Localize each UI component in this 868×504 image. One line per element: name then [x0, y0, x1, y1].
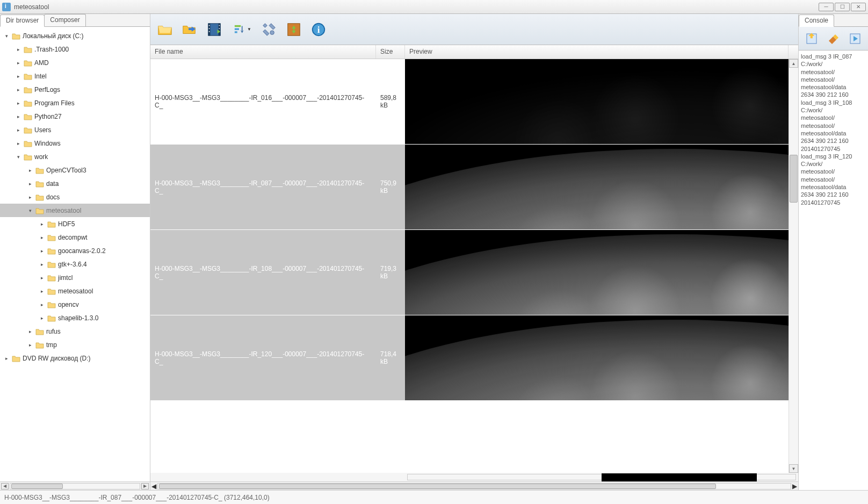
recycle-button[interactable]: [284, 19, 304, 40]
folder-icon: [35, 328, 44, 335]
scroll-left-icon[interactable]: ◀: [1, 483, 9, 489]
expander-icon[interactable]: ▸: [39, 315, 45, 321]
expander-icon[interactable]: ▸: [39, 235, 45, 240]
open-folder-button[interactable]: [155, 19, 175, 40]
tree-node[interactable]: ▸Users: [0, 123, 150, 136]
sort-button[interactable]: ▼: [229, 19, 255, 40]
scroll-up-icon[interactable]: ▲: [789, 59, 798, 68]
scroll-right-icon[interactable]: ▶: [792, 483, 797, 490]
scroll-left-icon[interactable]: ◀: [151, 483, 156, 490]
expander-icon[interactable]: ▸: [39, 275, 45, 280]
film-button[interactable]: [204, 19, 225, 40]
console-run-button[interactable]: [847, 31, 863, 47]
table-row[interactable]: H-000-MSG3__-MSG3________-IR_016___-0000…: [150, 59, 789, 145]
expander-icon[interactable]: ▸: [15, 47, 21, 52]
scroll-thumb[interactable]: [11, 484, 63, 489]
expander-icon[interactable]: ▸: [39, 302, 45, 307]
cell-preview: [405, 230, 789, 315]
tree-node[interactable]: ▸Intel: [0, 69, 150, 83]
directory-tree[interactable]: ▾Локальный диск (C:)▸.Trash-1000▸AMD▸Int…: [0, 27, 150, 481]
expander-icon[interactable]: ▸: [39, 221, 45, 227]
info-button[interactable]: i: [308, 19, 329, 40]
minimize-button[interactable]: ─: [819, 3, 834, 11]
tree-node[interactable]: ▸Python27: [0, 110, 150, 123]
console-save-button[interactable]: [804, 31, 820, 47]
expander-icon[interactable]: ▸: [15, 141, 21, 146]
expander-icon[interactable]: ▸: [39, 262, 45, 267]
cell-size: 589,8 kB: [376, 59, 405, 144]
tree-node[interactable]: ▸docs: [0, 190, 150, 204]
tree-node[interactable]: ▸jimtcl: [0, 271, 150, 284]
tree-node[interactable]: ▸gtk+-3.6.4: [0, 257, 150, 271]
expander-icon[interactable]: ▾: [3, 33, 10, 39]
tree-node[interactable]: ▸decompwt: [0, 231, 150, 244]
scroll-right-icon[interactable]: ▶: [141, 483, 149, 489]
expander-icon[interactable]: ▸: [27, 168, 33, 173]
tree-node[interactable]: ▾work: [0, 150, 150, 163]
table-row[interactable]: H-000-MSG3__-MSG3________-IR_087___-0000…: [150, 145, 789, 230]
table-row[interactable]: H-000-MSG3__-MSG3________-IR_108___-0000…: [150, 230, 789, 315]
scroll-thumb[interactable]: [790, 155, 798, 203]
tab-console[interactable]: Console: [799, 15, 834, 27]
tree-node[interactable]: ▸AMD: [0, 56, 150, 69]
tree-node[interactable]: ▸.Trash-1000: [0, 42, 150, 56]
preview-hscrollbar[interactable]: [150, 473, 798, 481]
column-header-preview[interactable]: Preview: [405, 45, 789, 59]
center-hscrollbar[interactable]: ◀ ▶: [150, 481, 798, 490]
expander-icon[interactable]: ▸: [15, 74, 21, 79]
expander-icon[interactable]: ▸: [15, 114, 21, 119]
scroll-thumb[interactable]: [159, 484, 716, 489]
folder-arrow-button[interactable]: [179, 19, 200, 40]
tree-node[interactable]: ▸shapelib-1.3.0: [0, 311, 150, 325]
expander-icon[interactable]: ▸: [15, 87, 21, 92]
console-line: C:/work/: [801, 106, 866, 114]
expander-icon[interactable]: ▸: [27, 195, 33, 200]
tree-node[interactable]: ▸OpenCVTool3: [0, 163, 150, 177]
expander-icon[interactable]: ▸: [3, 356, 10, 361]
tree-node[interactable]: ▸DVD RW дисковод (D:): [0, 351, 150, 365]
expander-icon[interactable]: ▸: [39, 289, 45, 294]
tree-node[interactable]: ▸goocanvas-2.0.2: [0, 244, 150, 257]
tree-hscrollbar[interactable]: ◀ ▶: [0, 481, 150, 490]
tree-node[interactable]: ▸opencv: [0, 298, 150, 311]
tree-node[interactable]: ▸Windows: [0, 136, 150, 150]
grid-vscrollbar[interactable]: ▲ ▼: [789, 59, 798, 473]
expander-icon[interactable]: ▸: [39, 248, 45, 254]
expander-icon[interactable]: ▸: [15, 127, 21, 133]
tree-node[interactable]: ▸meteosatool: [0, 284, 150, 298]
console-line: C:/work/: [801, 160, 866, 168]
tree-node[interactable]: ▸PerfLogs: [0, 83, 150, 96]
console-clear-button[interactable]: [825, 31, 841, 47]
tree-node[interactable]: ▾Локальный диск (C:): [0, 29, 150, 42]
expander-icon[interactable]: ▸: [27, 329, 33, 334]
expander-icon[interactable]: ▸: [27, 181, 33, 186]
tab-dir-browser[interactable]: Dir browser: [0, 15, 45, 27]
expander-icon[interactable]: ▸: [27, 342, 33, 348]
tree-node[interactable]: ▸rufus: [0, 325, 150, 338]
svg-point-5: [209, 31, 210, 32]
tree-node[interactable]: ▾meteosatool: [0, 204, 150, 217]
expander-icon[interactable]: ▸: [15, 100, 21, 106]
column-header-name[interactable]: File name: [150, 45, 376, 59]
tree-node[interactable]: ▸Program Files: [0, 96, 150, 110]
tree-node[interactable]: ▸HDF5: [0, 217, 150, 231]
tools-button[interactable]: [259, 19, 279, 40]
tab-composer[interactable]: Composer: [44, 14, 85, 26]
maximize-button[interactable]: ☐: [835, 3, 850, 11]
tree-label: Program Files: [34, 99, 75, 107]
folder-icon: [24, 73, 32, 80]
console-line: 2634 390 212 160: [801, 91, 866, 98]
expander-icon[interactable]: ▾: [15, 154, 21, 160]
scroll-down-icon[interactable]: ▼: [789, 464, 798, 473]
column-header-size[interactable]: Size: [376, 45, 405, 59]
console-line: load_msg 3 IR_108: [801, 99, 866, 106]
folder-icon: [24, 46, 32, 53]
tree-node[interactable]: ▸data: [0, 177, 150, 190]
console-line: load_msg 3 IR_120: [801, 153, 866, 160]
expander-icon[interactable]: ▾: [27, 208, 33, 213]
tree-node[interactable]: ▸tmp: [0, 338, 150, 351]
console-line: meteosatool/data: [801, 183, 866, 191]
close-button[interactable]: ✕: [851, 3, 866, 11]
table-row[interactable]: H-000-MSG3__-MSG3________-IR_120___-0000…: [150, 315, 789, 401]
expander-icon[interactable]: ▸: [15, 60, 21, 66]
